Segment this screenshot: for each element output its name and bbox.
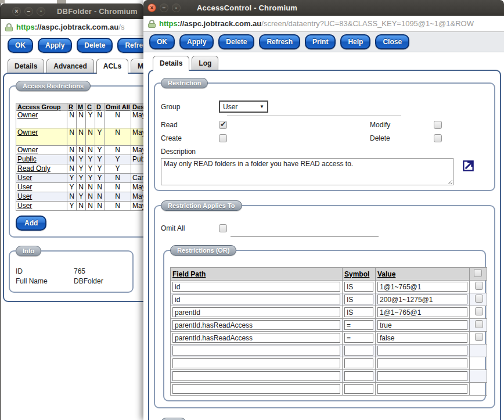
symbol-input[interactable] — [344, 358, 373, 368]
col-symbol[interactable]: Symbol — [343, 268, 376, 281]
delete-flag: N — [95, 192, 105, 202]
access-group-link[interactable]: User — [17, 202, 32, 210]
value-input[interactable] — [377, 333, 467, 343]
description-textarea[interactable]: May only READ folders in a folder you ha… — [161, 158, 453, 185]
toolbar-button[interactable]: Delete — [77, 38, 113, 53]
tab[interactable]: Model — [131, 59, 143, 73]
value-input[interactable] — [377, 320, 467, 330]
omit-all-checkbox[interactable] — [219, 224, 227, 232]
access-group-link[interactable]: Owner — [17, 111, 38, 119]
maximize-icon[interactable]: ▫ — [172, 3, 181, 12]
symbol-input[interactable] — [344, 384, 373, 394]
symbol-input[interactable] — [344, 320, 373, 330]
col-create[interactable]: C — [86, 103, 95, 111]
modify-checkbox[interactable] — [434, 121, 442, 129]
toolbar-button[interactable]: Refresh — [259, 34, 300, 49]
access-group-link[interactable]: Owner — [17, 128, 38, 137]
field-path-input[interactable] — [172, 358, 340, 368]
value-input[interactable] — [377, 371, 467, 381]
field-path-input[interactable] — [172, 371, 340, 381]
tab[interactable]: ACLs — [96, 59, 128, 74]
access-group-link[interactable]: Read Only — [17, 164, 51, 173]
col-modify[interactable]: M — [77, 103, 86, 111]
toolbar-button[interactable]: Apply — [38, 38, 72, 53]
toolbar-button[interactable]: Refresh — [117, 38, 143, 53]
omit-all-flag: Y — [105, 155, 131, 164]
col-read[interactable]: R — [67, 103, 77, 111]
field-path-input[interactable] — [172, 320, 340, 330]
toolbar-button[interactable]: OK — [149, 34, 175, 49]
access-group-link[interactable]: Public — [17, 155, 37, 163]
delete-flag: Y — [95, 174, 105, 183]
col-omit-all[interactable]: Omit All — [105, 103, 131, 111]
toolbar-button[interactable]: Print — [305, 34, 336, 49]
field-path-input[interactable] — [172, 346, 340, 356]
divider — [227, 116, 401, 116]
toolbar-button[interactable]: Help — [340, 34, 370, 49]
value-input[interactable] — [377, 295, 467, 304]
symbol-input[interactable] — [344, 346, 373, 356]
field-path-input[interactable] — [172, 282, 340, 292]
minimize-icon[interactable]: − — [24, 7, 33, 16]
col-value[interactable]: Value — [376, 268, 470, 281]
toolbar-button[interactable]: Close — [375, 34, 409, 49]
row-checkbox[interactable] — [475, 320, 483, 328]
row-checkbox[interactable] — [475, 333, 483, 341]
field-path-input[interactable] — [172, 295, 340, 304]
group-select[interactable]: User ▼ — [219, 100, 268, 113]
symbol-input[interactable] — [344, 371, 373, 381]
tab[interactable]: Advanced — [46, 59, 93, 73]
col-field-path[interactable]: Field Path — [171, 268, 343, 281]
value-input[interactable] — [377, 384, 467, 394]
value-input[interactable] — [377, 307, 467, 317]
toolbar-button[interactable]: Apply — [179, 34, 214, 49]
symbol-input[interactable] — [344, 295, 373, 304]
value-input[interactable] — [377, 346, 467, 356]
add-button[interactable]: Add — [16, 216, 46, 231]
table-row: Read Only N Y Y Y Y — [16, 164, 144, 174]
minimize-icon[interactable]: − — [160, 3, 168, 12]
url-bar[interactable]: https://aspc.jobtrack.com.au/screen/data… — [143, 16, 504, 32]
tab[interactable]: Details — [153, 56, 189, 71]
titlebar-accesscontrol[interactable]: × − ▫ AccessControl - Chromium — [143, 0, 504, 16]
delete-flag: N — [95, 183, 105, 192]
url-bar[interactable]: https://aspc.jobtrack.com.au/s — [1, 19, 143, 35]
access-group-link[interactable]: Owner — [17, 146, 38, 154]
value-input[interactable] — [377, 358, 467, 368]
row-checkbox[interactable] — [475, 295, 483, 303]
symbol-input[interactable] — [344, 282, 373, 292]
select-all-checkbox[interactable] — [474, 269, 482, 277]
create-flag: N — [86, 146, 95, 155]
omit-all-flag: N — [105, 128, 131, 146]
row-checkbox[interactable] — [475, 307, 483, 315]
access-group-link[interactable]: User — [17, 192, 32, 200]
delete-checkbox[interactable] — [434, 134, 442, 142]
field-path-input[interactable] — [172, 384, 340, 394]
read-flag: N — [67, 192, 77, 202]
toolbar-button[interactable]: Delete — [218, 34, 254, 49]
read-checkbox[interactable] — [219, 121, 227, 129]
tab[interactable]: Log — [192, 56, 218, 70]
expand-field-icon[interactable] — [462, 159, 475, 175]
tab[interactable]: Details — [8, 59, 44, 73]
symbol-input[interactable] — [344, 333, 373, 343]
close-icon[interactable]: × — [147, 3, 156, 12]
field-path-input[interactable] — [172, 333, 340, 343]
modify-flag: Y — [77, 174, 86, 183]
field-path-input[interactable] — [172, 307, 340, 317]
value-input[interactable] — [377, 282, 467, 292]
maximize-icon[interactable]: ▫ — [37, 7, 45, 16]
row-checkbox[interactable] — [475, 282, 483, 290]
titlebar-dbfolder[interactable]: × − ▫ DBFolder - Chromium — [1, 3, 143, 19]
col-description[interactable]: Description — [131, 103, 144, 111]
symbol-input[interactable] — [344, 307, 373, 317]
col-access-group[interactable]: Access Group — [16, 103, 67, 111]
create-checkbox[interactable] — [219, 134, 227, 142]
modify-flag: N — [77, 128, 86, 146]
access-group-link[interactable]: User — [17, 183, 32, 191]
close-icon[interactable]: × — [12, 7, 21, 16]
toolbar-button[interactable]: OK — [8, 38, 33, 53]
access-group-link[interactable]: User — [17, 174, 32, 182]
modify-flag: Y — [77, 164, 86, 174]
col-delete[interactable]: D — [95, 103, 105, 111]
